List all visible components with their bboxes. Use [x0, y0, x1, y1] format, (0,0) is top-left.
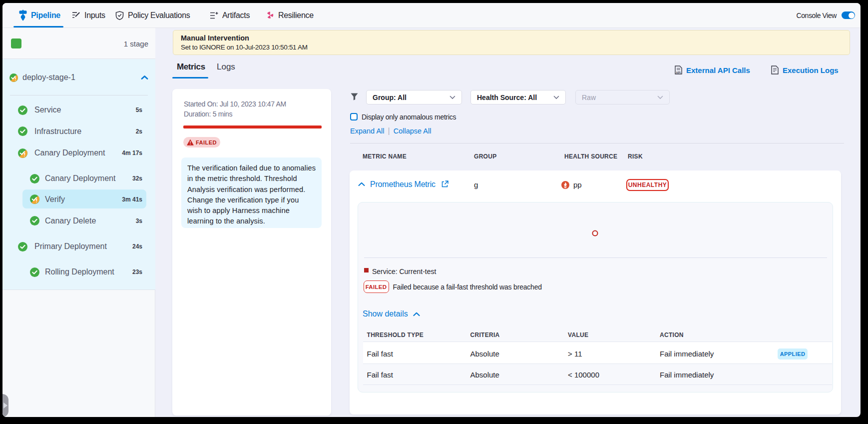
svg-text:API: API	[676, 71, 681, 74]
